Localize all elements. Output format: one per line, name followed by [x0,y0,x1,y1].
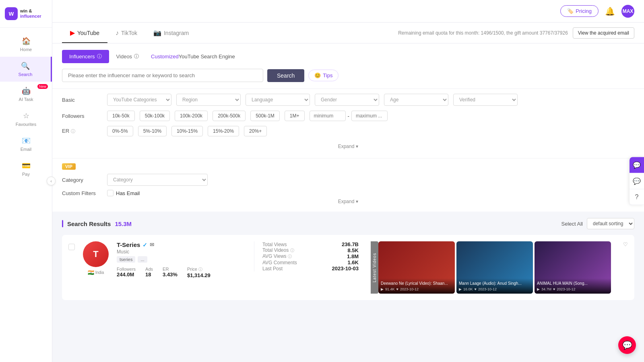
total-videos-icon: ⓘ [290,248,294,253]
results-right: Select All default sorting [561,218,634,229]
sidebar-item-search[interactable]: 🔍 Search [0,57,52,82]
sidebar-item-label: Search [19,72,33,77]
total-videos-value: 8.5K [348,247,359,253]
price-info-icon: ⓘ [198,267,202,272]
age-select[interactable]: Age [384,94,448,106]
search-section: Influencers ⓘ Videos ⓘ Customized YouTub… [52,43,644,88]
er-chip-1[interactable]: 5%-10% [138,126,167,136]
sidebar-item-email[interactable]: 📧 Email [0,132,52,156]
notification-icon[interactable]: 🔔 [605,6,615,16]
verified-select[interactable]: Verified [453,94,518,106]
vip-expand[interactable]: Expand ▾ [62,196,634,207]
er-chip-2[interactable]: 10%-15% [171,126,203,136]
video-overlay-0: Deewano Ne (Lyrical Video): Shaan... ▶ 9… [378,278,455,294]
video-thumb-2[interactable]: ANIMAL HUA MAIN (Song... ▶ 34.7M ♥ 2023-… [535,241,611,294]
basic-expand[interactable]: Expand ▾ [62,141,634,152]
followers-chip-2[interactable]: 100k-200k [175,111,208,121]
category-select[interactable]: Category [107,174,208,186]
select-all-button[interactable]: Select All [561,221,583,227]
view-email-label: View the acquired email [578,30,629,36]
sidebar-item-favourites[interactable]: ☆ Favourites [0,107,52,132]
heart-icon-v2: ♥ [553,287,555,291]
video-meta-2: ▶ 34.7M ♥ 2023-10-12 [537,287,609,291]
sidebar-item-pay[interactable]: 💳 Pay [0,156,52,181]
card-category: Music [117,249,246,255]
side-chat-icon[interactable]: 💬 [630,157,644,173]
results-section: Search Results 15.3M Select All default … [52,212,644,306]
sidebar-item-ai-task[interactable]: 🤖 AI Task New [0,82,52,107]
er-info-icon: ⓘ [71,129,75,134]
has-email-filter: Has Email [107,190,140,196]
results-title-text: Search Results [67,220,111,227]
search-button[interactable]: Search [267,69,304,82]
play-icon-1: ▶ [459,287,462,291]
pricing-button[interactable]: 🏷️ Pricing [560,5,599,17]
followers-range: - [310,111,388,121]
search-type-tabs: Influencers ⓘ Videos ⓘ Customized YouTub… [62,50,634,63]
region-select[interactable]: Region [176,94,241,106]
er-chip-0[interactable]: 0%-5% [107,126,133,136]
latest-videos-label: Latest Videos [371,241,378,294]
video-thumb-0[interactable]: Deewano Ne (Lyrical Video): Shaan... ▶ 9… [378,241,455,294]
card-tags: tseries ... [117,256,246,263]
favourite-heart-icon[interactable]: ♡ [623,241,628,247]
video-meta-1: ▶ 16.0K ♥ 2023-10-12 [459,287,530,291]
followers-chip-3[interactable]: 200k-500k [213,111,246,121]
video-overlay-2: ANIMAL HUA MAIN (Song... ▶ 34.7M ♥ 2023-… [535,278,611,294]
youtube-categories-select[interactable]: YouTube Categories [107,94,171,106]
tiktok-tab-label: TikTok [121,30,137,36]
card-country: India [95,270,104,275]
result-card: T 🇮🇳 India T-Series ✓ ✉ Music [62,235,634,300]
main-area: 🏷️ Pricing 🔔 MAX ▶ YouTube [52,0,644,362]
followers-value: 244.0M [117,272,136,278]
video-thumb-1[interactable]: Mann Laage (Audio): Anud Singh... ▶ 16.0… [456,241,533,294]
followers-chip-4[interactable]: 500k-1M [250,111,280,121]
vip-expand-icon: ▾ [356,199,358,204]
followers-chip-0[interactable]: 10k-50k [107,111,135,121]
tips-button[interactable]: 😊 Tips [308,70,339,81]
verified-icon: ✓ [142,242,147,248]
sidebar-item-label: Pay [22,172,30,177]
total-views-row: Total Views 236.7B [262,241,359,247]
tab-videos[interactable]: Videos ⓘ [109,50,147,63]
avg-comments-value: 1.6K [348,259,359,265]
followers-chip-5[interactable]: 1M+ [285,111,305,121]
expand-icon: ▾ [356,144,358,149]
sidebar-collapse-button[interactable]: ‹ [47,177,56,185]
view-email-button[interactable]: View the acquired email [573,27,634,39]
has-email-checkbox[interactable] [107,190,114,196]
card-name-row: T-Series ✓ ✉ [117,241,246,248]
sort-select[interactable]: default sorting [587,218,634,229]
user-avatar[interactable]: MAX [621,5,634,18]
followers-min-input[interactable] [310,111,346,121]
er-chip-4[interactable]: 20%+ [244,126,267,136]
chat-float-button[interactable]: 💬 [618,336,636,354]
sidebar-item-home[interactable]: 🏠 Home [0,32,52,57]
card-info: T-Series ✓ ✉ Music tseries ... Followers [117,241,246,278]
customized-label: Customized [151,53,179,60]
er-chip-3[interactable]: 15%-20% [208,126,239,136]
side-wechat-icon[interactable]: 💬 [630,173,644,189]
tab-influencers[interactable]: Influencers ⓘ [62,50,109,63]
followers-chip-1[interactable]: 50k-100k [140,111,170,121]
videos-tab-label: Videos [116,53,132,60]
gender-select[interactable]: Gender [315,94,379,106]
sidebar-nav: 🏠 Home 🔍 Search 🤖 AI Task New ☆ Favourit… [0,32,52,181]
email-available-icon[interactable]: ✉ [150,242,154,248]
avg-comments-row: AVG Comments 1.6K [262,259,359,265]
sidebar-item-label: AI Task [19,97,33,102]
filters-section: Basic YouTube Categories Region Language… [52,88,644,156]
videos-help-icon: ⓘ [134,53,139,60]
video-thumb-inner-0: Deewano Ne (Lyrical Video): Shaan... ▶ 9… [378,241,455,294]
influencer-name: T-Series [117,241,140,248]
side-help-icon[interactable]: ? [630,189,644,205]
tab-tiktok[interactable]: ♪ TikTok [107,23,145,43]
tab-instagram[interactable]: 📷 Instagram [145,23,197,43]
language-select[interactable]: Language [246,94,310,106]
tips-label: Tips [323,72,332,78]
tab-youtube[interactable]: ▶ YouTube [62,23,107,43]
card-checkbox[interactable] [68,244,75,250]
search-input[interactable] [62,69,263,82]
card-avatar-area: T 🇮🇳 India [83,241,109,276]
followers-max-input[interactable] [351,111,388,121]
